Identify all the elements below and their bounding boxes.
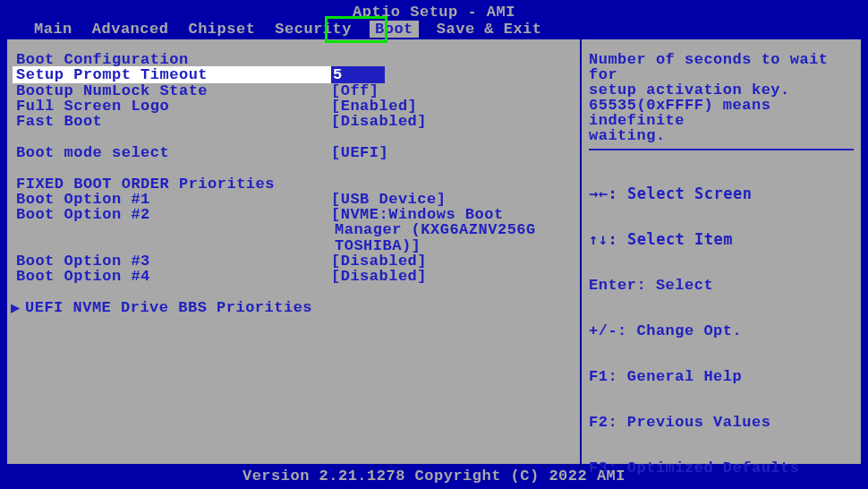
setup-prompt-timeout-row[interactable]: Setup Prompt Timeout 5 — [13, 67, 574, 82]
fullscreen-logo-value[interactable]: [Enabled] — [331, 98, 574, 115]
setup-prompt-timeout-label: Setup Prompt Timeout — [13, 66, 331, 83]
boot-option-2-label: Boot Option #2 — [13, 206, 331, 223]
help-divider — [589, 149, 854, 150]
menu-main[interactable]: Main — [32, 21, 74, 38]
boot-option-2-value-cont1: Manager (KXG6AZNV256G — [13, 222, 574, 237]
key-select-item: ↑↓: Select Item — [589, 232, 854, 247]
main-area: Boot Configuration Setup Prompt Timeout … — [0, 38, 868, 466]
uefi-nvme-submenu-label: UEFI NVME Drive BBS Priorities — [13, 299, 331, 316]
fast-boot-label: Fast Boot — [13, 113, 331, 130]
blank-row — [13, 129, 574, 144]
help-line: waiting. — [589, 128, 854, 143]
key-f3: F3: Optimized Defaults — [589, 460, 854, 476]
boot-option-4-value[interactable]: [Disabled] — [331, 268, 574, 285]
boot-option-2-row[interactable]: Boot Option #2 [NVME:Windows Boot — [13, 207, 574, 222]
help-line: setup activation key. — [589, 82, 854, 98]
setup-prompt-timeout-value[interactable]: 5 — [331, 66, 385, 83]
menu-chipset[interactable]: Chipset — [186, 21, 257, 38]
menu-security[interactable]: Security — [273, 21, 353, 38]
boot-option-1-row[interactable]: Boot Option #1 [USB Device] — [13, 192, 574, 207]
boot-option-2-value[interactable]: [NVME:Windows Boot — [331, 206, 574, 223]
key-select-screen: →←: Select Screen — [589, 186, 854, 202]
blank-row — [13, 284, 574, 299]
fast-boot-value[interactable]: [Disabled] — [331, 113, 574, 130]
boot-mode-row[interactable]: Boot mode select [UEFI] — [13, 145, 574, 160]
boot-configuration-header: Boot Configuration — [13, 52, 574, 67]
settings-panel: Boot Configuration Setup Prompt Timeout … — [5, 38, 580, 466]
boot-option-3-value[interactable]: [Disabled] — [331, 253, 574, 270]
key-help: →←: Select Screen ↑↓: Select Item Enter:… — [589, 156, 854, 489]
bootup-numlock-row[interactable]: Bootup NumLock State [Off] — [13, 83, 574, 99]
boot-option-2-value-cont2: TOSHIBA)] — [13, 238, 574, 253]
boot-mode-value[interactable]: [UEFI] — [331, 144, 574, 161]
boot-option-3-row[interactable]: Boot Option #3 [Disabled] — [13, 253, 574, 269]
boot-option-1-label: Boot Option #1 — [13, 191, 331, 208]
key-f1: F1: General Help — [589, 369, 854, 384]
fixed-boot-order-header: FIXED BOOT ORDER Priorities — [13, 176, 574, 191]
fullscreen-logo-row[interactable]: Full Screen Logo [Enabled] — [13, 99, 574, 114]
bios-setup-screen: Aptio Setup - AMI Main Advanced Chipset … — [0, 0, 868, 489]
bootup-numlock-value[interactable]: [Off] — [331, 82, 574, 99]
key-change: +/-: Change Opt. — [589, 323, 854, 339]
help-line: 65535(0xFFFF) means indefinite — [589, 98, 854, 128]
fullscreen-logo-label: Full Screen Logo — [13, 98, 331, 115]
title-bar: Aptio Setup - AMI — [0, 0, 868, 20]
menu-boot[interactable]: Boot — [370, 21, 419, 38]
submenu-arrow-icon: ▶ — [11, 298, 21, 317]
fast-boot-row[interactable]: Fast Boot [Disabled] — [13, 114, 574, 129]
boot-option-1-value[interactable]: [USB Device] — [331, 191, 574, 208]
blank-row — [13, 160, 574, 176]
help-line: Number of seconds to wait for — [589, 52, 854, 82]
boot-option-4-label: Boot Option #4 — [13, 268, 331, 285]
help-text: Number of seconds to wait for setup acti… — [589, 52, 854, 143]
bootup-numlock-label: Bootup NumLock State — [13, 82, 331, 99]
boot-option-3-label: Boot Option #3 — [13, 253, 331, 270]
menu-bar: Main Advanced Chipset Security Boot Save… — [0, 20, 868, 38]
help-panel: Number of seconds to wait for setup acti… — [580, 38, 863, 466]
key-enter: Enter: Select — [589, 278, 854, 293]
boot-mode-label: Boot mode select — [13, 144, 331, 161]
menu-save-exit[interactable]: Save & Exit — [435, 21, 544, 38]
key-f2: F2: Previous Values — [589, 415, 854, 430]
menu-advanced[interactable]: Advanced — [90, 21, 171, 38]
uefi-nvme-submenu-row[interactable]: ▶ UEFI NVME Drive BBS Priorities — [13, 300, 574, 315]
boot-option-4-row[interactable]: Boot Option #4 [Disabled] — [13, 269, 574, 284]
